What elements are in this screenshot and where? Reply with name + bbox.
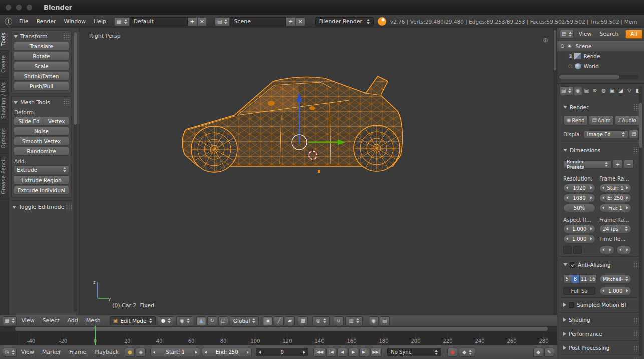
- maximize-window-button[interactable]: [26, 4, 33, 11]
- aa-samples-11-button[interactable]: 11: [580, 274, 588, 283]
- panel-drag-dots-icon[interactable]: [63, 33, 69, 40]
- editor-type-button[interactable]: ▤: [560, 30, 574, 39]
- aa-samples-5-button[interactable]: 5: [563, 274, 571, 283]
- shelf-tab-shading-uvs[interactable]: Shading / UVs: [0, 78, 9, 124]
- tab-world[interactable]: ◍: [599, 86, 608, 95]
- face-select-mode-button[interactable]: ▰: [285, 316, 295, 325]
- metadata-panel-header[interactable]: Metadata: [563, 356, 639, 359]
- jump-next-keyframe-button[interactable]: ▶|: [359, 348, 369, 357]
- screen-layout-browse-button[interactable]: ▦: [114, 17, 129, 26]
- menu-file[interactable]: File: [15, 18, 32, 25]
- editor-type-button[interactable]: ▤: [560, 86, 573, 95]
- menu-window[interactable]: Window: [60, 18, 90, 25]
- antialiasing-checkbox[interactable]: [570, 262, 575, 268]
- viewport-shading-dropdown[interactable]: ●: [158, 316, 175, 325]
- delete-screen-layout-button[interactable]: ×: [197, 17, 207, 26]
- aa-samples-8-button[interactable]: 8: [571, 274, 580, 283]
- add-screen-layout-button[interactable]: +: [188, 17, 197, 26]
- frame-start-field[interactable]: Star: 1: [599, 184, 631, 192]
- tab-object[interactable]: ▣: [608, 86, 616, 95]
- pivot-dropdown[interactable]: ◉: [176, 316, 193, 325]
- outliner-row-world[interactable]: ○ World: [557, 61, 644, 71]
- tab-render-layers[interactable]: ▤: [582, 86, 591, 95]
- close-window-button[interactable]: [5, 4, 12, 11]
- tab-render[interactable]: ◉: [574, 86, 582, 95]
- manipulator-translate-button[interactable]: ▲: [196, 316, 206, 325]
- jump-to-end-button[interactable]: ▶▶|: [370, 348, 382, 357]
- frame-end-field[interactable]: E: 250: [599, 194, 631, 202]
- aa-filter-dropdown[interactable]: Mitchell-: [599, 275, 631, 283]
- edge-select-mode-button[interactable]: ╱: [274, 316, 284, 325]
- menu-render[interactable]: Render: [32, 18, 60, 25]
- scene-name-field[interactable]: Scene: [230, 17, 286, 26]
- snap-toggle-button[interactable]: ∪: [334, 316, 344, 325]
- aspect-x-field[interactable]: 1.000: [563, 225, 595, 233]
- info-editor-icon[interactable]: i: [5, 18, 12, 25]
- snap-element-dropdown[interactable]: ▥: [345, 316, 362, 325]
- resolution-y-field[interactable]: 1080: [563, 194, 595, 202]
- motion-blur-checkbox[interactable]: [569, 302, 574, 308]
- render-panel-header[interactable]: Render: [563, 103, 639, 112]
- scene-browse-button[interactable]: ▤: [215, 17, 230, 26]
- manipulator-scale-button[interactable]: ◱: [218, 316, 228, 325]
- preview-range-toggle[interactable]: ●: [125, 348, 135, 357]
- minimize-window-button[interactable]: [16, 4, 22, 11]
- render-audio-button[interactable]: ♪Audio: [615, 116, 639, 125]
- timeline-ruler[interactable]: -40 -20 0 20 40 60 80 100 120 140 160 18…: [0, 332, 557, 345]
- outliner-row-renderlayers[interactable]: ⊕ Rende: [557, 51, 644, 61]
- filter-size-field[interactable]: 1.000: [599, 287, 631, 295]
- start-frame-field[interactable]: Start: 1: [150, 348, 200, 356]
- outliner-row-scene[interactable]: ⊖ Scene: [557, 41, 644, 51]
- render-engine-dropdown[interactable]: Blender Render: [315, 17, 374, 26]
- scale-button[interactable]: Scale: [14, 62, 69, 71]
- shading-panel-header[interactable]: Shading: [563, 315, 639, 324]
- extrude-individual-button[interactable]: Extrude Individual: [14, 186, 69, 195]
- shelf-tab-tools[interactable]: Tools: [0, 28, 9, 51]
- crop-toggle[interactable]: [573, 246, 582, 254]
- border-toggle[interactable]: [563, 246, 572, 254]
- resolution-percentage-field[interactable]: 50%: [563, 204, 595, 212]
- properties-scrollbar[interactable]: [639, 86, 642, 356]
- randomize-button[interactable]: Randomize: [14, 147, 69, 156]
- tab-modifiers[interactable]: ◪: [616, 86, 625, 95]
- play-reverse-button[interactable]: ◀: [337, 348, 347, 357]
- open-properties-region-icon[interactable]: ⊕: [543, 36, 548, 44]
- viewport-scrollbar[interactable]: [553, 28, 557, 315]
- current-frame-playhead[interactable]: [95, 326, 96, 345]
- play-button[interactable]: ▶: [348, 348, 358, 357]
- orientation-dropdown[interactable]: Global: [230, 316, 259, 325]
- current-frame-field[interactable]: 0: [256, 348, 308, 356]
- timeline-hscrollbar[interactable]: [0, 326, 557, 332]
- jump-prev-keyframe-button[interactable]: |◀: [326, 348, 336, 357]
- push-pull-button[interactable]: Push/Pull: [14, 82, 69, 91]
- mesh-menu[interactable]: Mesh: [82, 317, 105, 324]
- menu-help[interactable]: Help: [90, 18, 110, 25]
- screen-layout-name-field[interactable]: Default: [130, 17, 188, 26]
- time-remap-old-field[interactable]: [599, 246, 614, 254]
- render-still-button[interactable]: ◉Rend: [563, 116, 588, 125]
- manipulator-rotate-button[interactable]: ↻: [207, 316, 217, 325]
- insert-keyframe-button[interactable]: ◆: [533, 348, 543, 357]
- outliner-view-menu[interactable]: View: [574, 31, 595, 37]
- shelf-tab-options[interactable]: Options: [0, 124, 9, 154]
- rotate-button[interactable]: Rotate: [14, 52, 69, 61]
- limit-selection-button[interactable]: ▩: [298, 316, 308, 325]
- timeline-playback-menu[interactable]: Playback: [90, 349, 123, 355]
- lock-time-cursor-toggle[interactable]: ◈: [136, 348, 146, 357]
- timeline-view-menu[interactable]: View: [17, 349, 38, 355]
- end-frame-field[interactable]: End: 250: [202, 348, 252, 356]
- viewport-3d[interactable]: Right Persp: [79, 28, 553, 315]
- tab-scene[interactable]: ⚙: [591, 86, 599, 95]
- jump-to-start-button[interactable]: |◀◀: [313, 348, 325, 357]
- aa-samples-16-button[interactable]: 16: [588, 274, 597, 283]
- translate-button[interactable]: Translate: [14, 42, 69, 51]
- panel-drag-dots-icon[interactable]: [65, 204, 72, 210]
- smooth-vertex-button[interactable]: Smooth Vertex: [14, 137, 69, 146]
- full-sample-toggle[interactable]: Full Sa: [563, 287, 595, 295]
- add-preset-button[interactable]: +: [613, 160, 623, 169]
- opengl-render-anim-button[interactable]: ▤: [380, 316, 390, 325]
- render-presets-dropdown[interactable]: Render Presets: [563, 160, 611, 169]
- shelf-tab-grease-pencil[interactable]: Grease Pencil: [0, 154, 9, 199]
- add-menu[interactable]: Add: [64, 317, 82, 324]
- dimensions-panel-header[interactable]: Dimensions: [563, 146, 639, 155]
